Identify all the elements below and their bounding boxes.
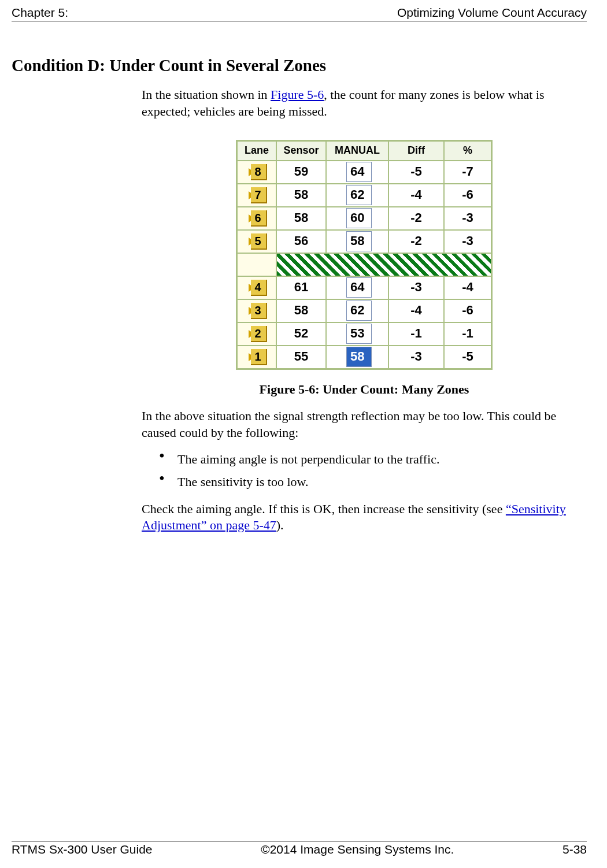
lane-cell: 3 [237, 299, 276, 322]
table-row: 85964-5-7 [237, 161, 491, 184]
diff-cell: -1 [388, 322, 444, 346]
manual-cell[interactable]: 60 [326, 207, 388, 230]
manual-cell[interactable]: 64 [326, 161, 388, 184]
pct-cell: -3 [444, 207, 491, 230]
th-lane: Lane [237, 141, 276, 160]
manual-value: 62 [346, 301, 372, 321]
sensor-cell: 55 [276, 346, 326, 369]
th-sensor: Sensor [276, 141, 326, 160]
list-item: The sensitivity is too low. [159, 474, 587, 491]
separator-hatch [276, 253, 491, 276]
diff-cell: -3 [388, 346, 444, 369]
lane-cell: 5 [237, 230, 276, 253]
manual-cell[interactable]: 58 [326, 230, 388, 253]
sensor-cell: 58 [276, 207, 326, 230]
manual-cell[interactable]: 53 [326, 322, 388, 346]
pct-cell: -7 [444, 161, 491, 184]
diff-cell: -2 [388, 230, 444, 253]
table-row: 65860-2-3 [237, 207, 491, 230]
sensor-cell: 58 [276, 299, 326, 322]
manual-value: 62 [346, 185, 372, 205]
sensor-cell: 61 [276, 276, 326, 299]
footer-center: ©2014 Image Sensing Systems Inc. [261, 843, 454, 856]
intro-before: In the situation shown in [142, 87, 271, 102]
sensor-cell: 52 [276, 322, 326, 346]
bullet-list: The aiming angle is not perpendicular to… [159, 451, 587, 490]
lane-cell: 1 [237, 346, 276, 369]
table-row: 35862-4-6 [237, 299, 491, 322]
th-pct: % [444, 141, 491, 160]
separator-lane-cell [237, 253, 276, 276]
sensor-cell: 59 [276, 161, 326, 184]
table-row: 15558-3-5 [237, 346, 491, 369]
manual-value: 58 [346, 347, 372, 367]
lane-cell: 4 [237, 276, 276, 299]
intro-paragraph: In the situation shown in Figure 5-6, th… [142, 87, 587, 120]
footer-right: 5-38 [562, 843, 587, 856]
table-row: 25253-1-1 [237, 322, 491, 346]
section-heading: Condition D: Under Count in Several Zone… [12, 56, 587, 75]
page-footer: RTMS Sx-300 User Guide ©2014 Image Sensi… [12, 841, 587, 856]
lane-cell: 6 [237, 207, 276, 230]
diff-cell: -5 [388, 161, 444, 184]
th-manual: MANUAL [326, 141, 388, 160]
lane-label: 2 [251, 326, 267, 342]
manual-value: 60 [346, 208, 372, 228]
pct-cell: -6 [444, 299, 491, 322]
th-diff: Diff [388, 141, 444, 160]
lane-cell: 7 [237, 184, 276, 207]
footer-left: RTMS Sx-300 User Guide [12, 843, 153, 856]
count-table: Lane Sensor MANUAL Diff % 85964-5-775862… [236, 140, 493, 369]
pct-cell: -1 [444, 322, 491, 346]
paragraph-3: Check the aiming angle. If this is OK, t… [142, 501, 587, 534]
lane-label: 3 [251, 303, 267, 319]
lane-label: 6 [251, 210, 267, 227]
sensor-cell: 58 [276, 184, 326, 207]
manual-cell[interactable]: 64 [326, 276, 388, 299]
diff-cell: -2 [388, 207, 444, 230]
manual-cell[interactable]: 62 [326, 184, 388, 207]
diff-cell: -4 [388, 184, 444, 207]
chapter-label: Chapter 5: [12, 6, 68, 20]
pct-cell: -6 [444, 184, 491, 207]
lane-cell: 8 [237, 161, 276, 184]
lane-label: 5 [251, 233, 267, 250]
diff-cell: -4 [388, 299, 444, 322]
diff-cell: -3 [388, 276, 444, 299]
pct-cell: -4 [444, 276, 491, 299]
manual-cell[interactable]: 62 [326, 299, 388, 322]
sensor-cell: 56 [276, 230, 326, 253]
header-title: Optimizing Volume Count Accuracy [397, 6, 587, 20]
lane-label: 8 [251, 164, 267, 180]
list-item: The aiming angle is not perpendicular to… [159, 451, 587, 468]
table-row: 46164-3-4 [237, 276, 491, 299]
para3-after: ). [276, 518, 284, 532]
table-row: 55658-2-3 [237, 230, 491, 253]
paragraph-2: In the above situation the signal streng… [142, 408, 587, 441]
pct-cell: -5 [444, 346, 491, 369]
lane-cell: 2 [237, 322, 276, 346]
manual-value: 64 [346, 277, 372, 298]
page-header: Chapter 5: Optimizing Volume Count Accur… [12, 6, 587, 21]
para3-before: Check the aiming angle. If this is OK, t… [142, 502, 506, 516]
lane-label: 1 [251, 349, 267, 365]
body-content: In the situation shown in Figure 5-6, th… [142, 87, 587, 534]
lane-label: 4 [251, 280, 267, 296]
figure-5-6: Lane Sensor MANUAL Diff % 85964-5-775862… [142, 140, 587, 398]
lane-label: 7 [251, 187, 267, 203]
manual-cell[interactable]: 58 [326, 346, 388, 369]
manual-value: 53 [346, 324, 372, 344]
manual-value: 58 [346, 231, 372, 251]
figure-caption: Figure 5-6: Under Count: Many Zones [260, 381, 469, 398]
manual-value: 64 [346, 162, 372, 182]
pct-cell: -3 [444, 230, 491, 253]
figure-link[interactable]: Figure 5-6 [271, 87, 324, 102]
table-row: 75862-4-6 [237, 184, 491, 207]
